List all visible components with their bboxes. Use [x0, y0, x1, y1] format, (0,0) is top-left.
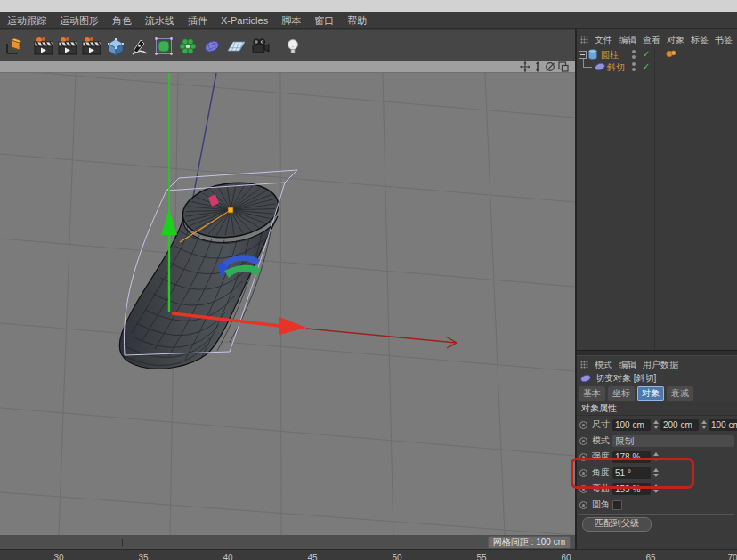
attribute-tabs: 基本 坐标 对象 衰减: [579, 386, 693, 401]
ruler-tick: 40: [218, 553, 238, 560]
keyframe-circle[interactable]: [579, 437, 587, 445]
section-separator: [579, 514, 734, 515]
menu-motion-tracker[interactable]: 运动跟踪: [7, 14, 46, 28]
object-row-shear[interactable]: 斜切 ✓: [577, 61, 737, 73]
mode-row: 模式 限制: [577, 433, 737, 449]
subdivision-surface-icon[interactable]: [151, 33, 175, 59]
fit-to-parent-button[interactable]: 匹配到父级: [582, 517, 652, 532]
am-menu-userdata[interactable]: 用户数据: [643, 359, 678, 371]
clapperboard-record-icon[interactable]: [31, 33, 55, 59]
ruler-tick: 30: [49, 553, 69, 560]
menu-window[interactable]: 窗口: [314, 14, 334, 28]
clapperboard-play-2-icon[interactable]: [79, 33, 103, 59]
menu-plugins[interactable]: 插件: [188, 14, 207, 28]
timeline-ruler[interactable]: 30 35 40 45 50 55 60 65 70: [0, 549, 737, 560]
section-title-text: 对象属性: [581, 402, 617, 415]
am-menu-mode[interactable]: 模式: [595, 359, 612, 371]
am-menu-edit[interactable]: 编辑: [619, 359, 636, 371]
enabled-check[interactable]: ✓: [643, 48, 650, 60]
menu-xparticles[interactable]: X-Particles: [221, 15, 268, 26]
mode-dropdown[interactable]: 限制: [612, 435, 734, 447]
menu-help[interactable]: 帮助: [347, 14, 367, 28]
title-strip: [0, 0, 737, 12]
bend-input[interactable]: 153 %: [612, 483, 651, 495]
phong-tag-icon[interactable]: [666, 50, 676, 58]
mode-label: 模式: [592, 434, 612, 447]
om-menu-tags[interactable]: 标签: [691, 34, 709, 46]
menu-character[interactable]: 角色: [112, 14, 132, 28]
floor-grid-icon[interactable]: [223, 33, 247, 59]
angle-label: 角度: [592, 467, 612, 479]
viewport-header-bar: [0, 61, 575, 73]
angle-input[interactable]: 51 °: [612, 467, 651, 479]
fillet-checkbox[interactable]: [612, 500, 622, 510]
angle-stepper[interactable]: [652, 467, 659, 479]
clapperboard-play-1-icon[interactable]: [55, 33, 79, 59]
object-tree: 圆柱 ✓ 斜切 ✓: [577, 48, 737, 73]
object-name[interactable]: 圆柱: [601, 49, 619, 61]
tab-object[interactable]: 对象: [637, 386, 664, 401]
bend-label: 弯曲: [592, 483, 612, 495]
keyframe-circle[interactable]: [579, 501, 587, 509]
tab-basic[interactable]: 基本: [579, 386, 605, 401]
size-z-input[interactable]: 100 cm: [709, 419, 737, 431]
camera-icon[interactable]: [247, 33, 271, 59]
deformer-icon[interactable]: [199, 33, 223, 59]
dolly-view-icon[interactable]: [531, 61, 543, 72]
strength-stepper[interactable]: [652, 451, 659, 463]
keyframe-circle[interactable]: [579, 421, 587, 429]
tab-coordinates[interactable]: 坐标: [608, 386, 635, 401]
panel-grid-icon[interactable]: [580, 361, 588, 369]
strip-notch: [122, 539, 123, 546]
object-title-text: 切变对象 [斜切]: [595, 372, 656, 385]
light-icon[interactable]: [280, 33, 304, 59]
attribute-object-title: 切变对象 [斜切]: [577, 371, 737, 386]
panel-grid-icon[interactable]: [580, 36, 588, 44]
right-panel: 文件 编辑 查看 对象 标签 书签 圆柱 ✓: [575, 29, 737, 549]
ground-grid: [0, 73, 575, 535]
menu-pipeline[interactable]: 流水线: [145, 14, 174, 28]
shear-deformer-icon: [595, 62, 605, 71]
om-menu-objects[interactable]: 对象: [667, 34, 684, 46]
om-menu-file[interactable]: 文件: [595, 34, 612, 46]
keyframe-circle[interactable]: [579, 469, 587, 477]
fillet-label: 圆角: [592, 499, 612, 511]
menu-mograph[interactable]: 运动图形: [60, 14, 99, 28]
enabled-check[interactable]: ✓: [643, 61, 650, 72]
tab-falloff[interactable]: 衰减: [667, 386, 693, 401]
bend-row: 弯曲 153 %: [577, 481, 737, 497]
size-x-stepper[interactable]: [652, 419, 659, 431]
toggle-views-icon[interactable]: [557, 61, 569, 72]
perspective-viewport[interactable]: [0, 73, 575, 535]
fillet-row: 圆角: [577, 497, 737, 513]
object-manager-menu: 文件 编辑 查看 对象 标签 书签: [577, 31, 737, 48]
main-toolbar: [0, 30, 575, 61]
object-name[interactable]: 斜切: [607, 61, 625, 74]
origin-handle-point[interactable]: [228, 207, 233, 213]
rotate-view-icon[interactable]: [544, 61, 555, 72]
pan-view-icon[interactable]: [519, 61, 530, 72]
primitive-cube-icon[interactable]: [103, 33, 127, 59]
menu-script[interactable]: 脚本: [281, 14, 301, 28]
object-row-cylinder[interactable]: 圆柱 ✓: [577, 48, 737, 61]
ruler-tick: 50: [387, 553, 407, 560]
coordinate-cube-icon[interactable]: [2, 33, 26, 59]
viewport-canvas: [0, 73, 575, 535]
om-menu-view[interactable]: 查看: [643, 34, 660, 46]
keyframe-circle[interactable]: [579, 453, 587, 461]
strength-input[interactable]: 178 %: [612, 451, 651, 463]
grid-spacing-label: 网格间距 : 100 cm: [488, 536, 571, 548]
size-x-input[interactable]: 100 cm: [612, 419, 651, 431]
main-menu-bar: 运动跟踪 运动图形 角色 流水线 插件 X-Particles 脚本 窗口 帮助: [0, 12, 737, 29]
panel-splitter[interactable]: [577, 350, 737, 356]
om-menu-edit[interactable]: 编辑: [619, 34, 636, 46]
mograph-array-icon[interactable]: [175, 33, 199, 59]
om-menu-bookmarks[interactable]: 书签: [715, 34, 733, 46]
size-y-stepper[interactable]: [701, 419, 707, 431]
bend-stepper[interactable]: [652, 483, 659, 495]
size-y-input[interactable]: 200 cm: [660, 419, 699, 431]
ruler-tick: 45: [303, 553, 322, 560]
viewport-status-strip: 网格间距 : 100 cm: [0, 535, 575, 549]
spline-pen-icon[interactable]: [127, 33, 151, 59]
keyframe-circle[interactable]: [579, 485, 587, 493]
